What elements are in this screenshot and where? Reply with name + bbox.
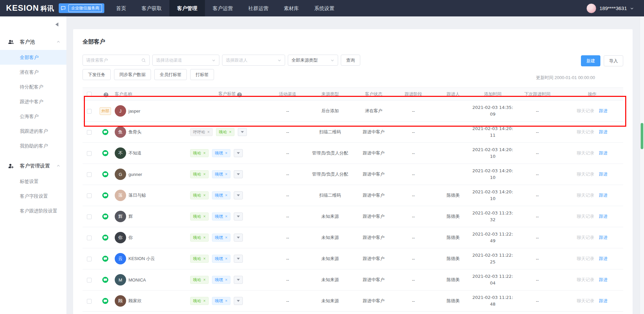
source-type-select[interactable]: 全部来源类型: [288, 55, 338, 66]
chat-history-link[interactable]: 聊天记录: [577, 129, 594, 134]
scrollbar-thumb[interactable]: [641, 123, 643, 149]
chat-history-link[interactable]: 聊天记录: [577, 172, 594, 177]
tag-dropdown-button[interactable]: [234, 212, 243, 221]
tag-remove-icon[interactable]: ×: [203, 235, 206, 240]
row-checkbox[interactable]: [87, 278, 92, 282]
search-field[interactable]: [86, 58, 139, 63]
nav-item[interactable]: 首页: [108, 0, 134, 16]
follow-up-link[interactable]: 跟进: [599, 256, 608, 261]
add-time-cell: 2021-02-03 14:20:10: [472, 143, 514, 164]
chat-history-link[interactable]: 聊天记录: [577, 108, 594, 113]
tag-dropdown-button[interactable]: [234, 297, 243, 305]
tag-remove-icon[interactable]: ×: [225, 235, 227, 240]
sidebar-item[interactable]: 客户字段设置: [0, 189, 66, 203]
follow-up-link[interactable]: 跟进: [599, 277, 608, 282]
sidebar-item[interactable]: 客户跟进阶段设置: [0, 203, 66, 218]
customer-status-cell: 跟进中客户: [355, 185, 392, 206]
tag-remove-icon[interactable]: ×: [203, 151, 206, 155]
chat-history-link[interactable]: 聊天记录: [577, 193, 594, 198]
bulk-action-button[interactable]: 同步客户数据: [114, 69, 151, 80]
sidebar-item[interactable]: 我协助的客户: [0, 138, 66, 153]
tag-dropdown-button[interactable]: [234, 276, 243, 284]
follow-up-link[interactable]: 跟进: [599, 150, 608, 155]
customer-type-cell: [96, 164, 115, 185]
sidebar-item[interactable]: 待分配客户: [0, 79, 66, 94]
follow-up-link[interactable]: 跟进: [599, 298, 608, 303]
tag-remove-icon[interactable]: ×: [225, 299, 227, 303]
channel-select[interactable]: 选择活动渠道: [152, 55, 219, 66]
tag-remove-icon[interactable]: ×: [203, 193, 206, 198]
user-menu[interactable]: 189****3631: [586, 3, 634, 13]
row-checkbox[interactable]: [87, 193, 92, 198]
nav-item[interactable]: 客户获取: [134, 0, 169, 16]
bulk-action-button[interactable]: 下发任务: [83, 69, 111, 80]
tag-remove-icon[interactable]: ×: [203, 299, 206, 303]
chat-history-link[interactable]: 聊天记录: [577, 298, 594, 303]
tag-remove-icon[interactable]: ×: [203, 277, 206, 282]
customer-search-input[interactable]: [83, 55, 150, 66]
bulk-action-button[interactable]: 打标签: [190, 69, 214, 80]
row-checkbox[interactable]: [87, 236, 92, 240]
follow-up-link[interactable]: 跟进: [599, 193, 608, 198]
chat-history-link[interactable]: 聊天记录: [577, 235, 594, 240]
sidebar-section-header[interactable]: 客户池: [0, 34, 66, 50]
sidebar-section-header[interactable]: 客户管理设置: [0, 158, 66, 174]
customer-name-wrap: 辉辉: [115, 211, 190, 222]
tag-dropdown-button[interactable]: [238, 128, 247, 136]
query-button[interactable]: 查询: [341, 55, 360, 66]
tag-remove-icon[interactable]: ×: [203, 214, 206, 219]
create-button[interactable]: 新建: [581, 55, 600, 66]
follow-up-link[interactable]: 跟进: [599, 172, 608, 177]
sidebar-collapse-icon[interactable]: [55, 22, 58, 26]
nav-item[interactable]: 客户运营: [205, 0, 240, 16]
follower-select[interactable]: 选择跟进人: [222, 55, 285, 66]
row-checkbox[interactable]: [87, 130, 92, 135]
channel-cell: --: [270, 143, 305, 164]
nav-item[interactable]: 系统设置: [307, 0, 342, 16]
tag-dropdown-button[interactable]: [234, 234, 243, 242]
tag-dropdown-button[interactable]: [234, 255, 243, 263]
tag-remove-icon[interactable]: ×: [229, 130, 231, 134]
import-button[interactable]: 导入: [604, 55, 623, 66]
tag-remove-icon[interactable]: ×: [225, 256, 227, 261]
sidebar-item[interactable]: 潜在客户: [0, 65, 66, 79]
sidebar-item[interactable]: 公海客户: [0, 109, 66, 124]
tag-remove-icon[interactable]: ×: [225, 214, 227, 219]
tag-dropdown-button[interactable]: [234, 191, 243, 199]
tag-remove-icon[interactable]: ×: [225, 151, 227, 155]
nav-item[interactable]: 客户管理: [169, 0, 205, 16]
row-checkbox[interactable]: [87, 109, 92, 114]
row-checkbox[interactable]: [87, 151, 92, 156]
tag-dropdown-button[interactable]: [234, 149, 243, 157]
follow-stage-cell: --: [392, 143, 434, 164]
follow-up-link[interactable]: 跟进: [599, 108, 608, 113]
source-type-cell: 未知来源: [305, 291, 355, 312]
tag-remove-icon[interactable]: ×: [225, 172, 227, 177]
follow-up-link[interactable]: 跟进: [599, 235, 608, 240]
nav-item[interactable]: 社群运营: [240, 0, 276, 16]
tag-remove-icon[interactable]: ×: [203, 256, 206, 261]
row-checkbox[interactable]: [87, 172, 92, 177]
tag-remove-icon[interactable]: ×: [225, 193, 227, 198]
row-checkbox[interactable]: [87, 257, 92, 261]
chat-history-link[interactable]: 聊天记录: [577, 256, 594, 261]
tag-remove-icon[interactable]: ×: [203, 172, 206, 177]
bulk-action-button[interactable]: 全员打标签: [154, 69, 187, 80]
chat-history-link[interactable]: 聊天记录: [577, 214, 594, 219]
tag-dropdown-button[interactable]: [234, 170, 243, 178]
sidebar-item[interactable]: 全部客户: [0, 50, 66, 65]
sidebar-item[interactable]: 标签设置: [0, 174, 66, 189]
tag-remove-icon[interactable]: ×: [207, 130, 210, 134]
select-all-checkbox[interactable]: [87, 92, 92, 97]
tag-remove-icon[interactable]: ×: [225, 277, 227, 282]
nav-item[interactable]: 素材库: [276, 0, 307, 16]
follow-up-link[interactable]: 跟进: [599, 214, 608, 219]
chat-history-link[interactable]: 聊天记录: [577, 150, 594, 155]
sidebar-item[interactable]: 我跟进的客户: [0, 124, 66, 138]
follow-up-link[interactable]: 跟进: [599, 129, 608, 134]
chat-history-link[interactable]: 聊天记录: [577, 277, 594, 282]
topbar: KESION 科讯 企业微信服务商 首页客户获取客户管理客户运营社群运营素材库系…: [0, 0, 644, 16]
row-checkbox[interactable]: [87, 214, 92, 219]
row-checkbox[interactable]: [87, 299, 92, 304]
sidebar-item[interactable]: 跟进中客户: [0, 94, 66, 109]
